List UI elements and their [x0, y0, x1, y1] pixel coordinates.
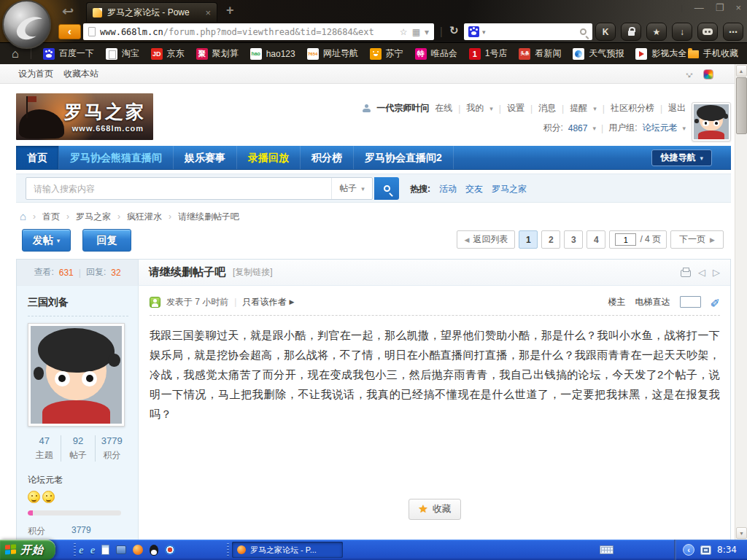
bookmark-item[interactable]: 头条看新闻: [519, 47, 561, 60]
nav-live2[interactable]: 罗马协会直播间2: [354, 146, 454, 169]
next-thread-icon[interactable]: ▷: [713, 267, 720, 278]
vertical-scrollbar[interactable]: ▲ ▼: [735, 64, 747, 540]
jump-pen-icon[interactable]: ✎: [711, 297, 720, 307]
quick-nav-button[interactable]: 快捷导航 ▾: [651, 149, 712, 166]
browser-tab[interactable]: 罗马之家论坛 - Powe ×: [86, 2, 217, 22]
taskbar-grip[interactable]: [227, 543, 229, 556]
next-page-button[interactable]: 下一页 ▶: [670, 230, 724, 249]
menu-logout[interactable]: 退出: [668, 102, 686, 114]
bookmark-item[interactable]: 11号店: [469, 47, 508, 60]
page-jump-input[interactable]: [615, 233, 636, 246]
input-method-keyboard-icon[interactable]: [600, 545, 614, 554]
print-icon[interactable]: [681, 270, 691, 277]
menu-settings[interactable]: 设置: [507, 102, 525, 114]
menu-mine[interactable]: 我的: [466, 102, 484, 114]
back-to-list-button[interactable]: ◀ 返回列表: [457, 230, 515, 249]
page-2-button[interactable]: 2: [541, 230, 560, 249]
credits-value[interactable]: 4867: [568, 123, 588, 133]
minimize-button[interactable]: —: [694, 2, 704, 14]
window-app-icon[interactable]: [116, 545, 126, 554]
credit-value[interactable]: 3779: [71, 525, 91, 537]
bookmark-item[interactable]: 特唯品会: [415, 47, 457, 60]
author-avatar[interactable]: [28, 323, 125, 427]
usergroup-value[interactable]: 论坛元老: [642, 122, 677, 134]
bookmark-item[interactable]: 天气预报: [573, 47, 624, 60]
bookmark-item[interactable]: 百度一下: [43, 47, 94, 60]
nav-leaderboard[interactable]: 积分榜: [301, 146, 354, 169]
bookmark-item[interactable]: 7654网址导航: [307, 47, 358, 60]
quick-launch-grip[interactable]: [74, 543, 76, 556]
copy-link[interactable]: [复制链接]: [233, 266, 273, 279]
nav-entertainment[interactable]: 娱乐赛事: [174, 146, 237, 169]
browser-logo[interactable]: [2, 0, 51, 49]
breadcrumb-link[interactable]: 首页: [42, 211, 60, 223]
stat-credits[interactable]: 3779 积分: [95, 435, 128, 462]
menu-messages[interactable]: 消息: [538, 102, 556, 114]
home-icon[interactable]: ⌂: [12, 48, 19, 60]
bookmark-item[interactable]: haohao123: [250, 48, 295, 60]
hot-link[interactable]: 罗马之家: [492, 183, 527, 195]
breadcrumb-link[interactable]: 罗马之家: [76, 211, 111, 223]
hot-link[interactable]: 交友: [465, 183, 483, 195]
breadcrumb-home-icon[interactable]: ⌂: [20, 211, 26, 222]
browser-history-back-icon[interactable]: ↩: [62, 4, 74, 19]
elevator-label[interactable]: 电梯直达: [635, 296, 670, 308]
breadcrumb-link[interactable]: 疯狂灌水: [127, 211, 162, 223]
downloads-button[interactable]: ↓: [672, 23, 692, 41]
favorite-button[interactable]: ★ 收藏: [409, 499, 460, 520]
username-link[interactable]: 一代宗师叶问: [376, 102, 429, 114]
bookmark-item[interactable]: 淘宝: [106, 47, 139, 60]
bookmark-item[interactable]: JD京东: [151, 47, 185, 60]
menu-notices[interactable]: 提醒: [570, 102, 587, 114]
task-button[interactable]: 罗马之家论坛 - P...: [232, 542, 343, 558]
scroll-down-arrow[interactable]: ▼: [736, 527, 747, 539]
reply-button[interactable]: 回复: [82, 229, 131, 252]
new-tab-button[interactable]: +: [226, 3, 234, 18]
restore-button[interactable]: ❐: [716, 2, 724, 14]
address-bar[interactable]: www.668lm.cn/forum.php?mod=viewthread&ti…: [83, 23, 434, 40]
prev-thread-icon[interactable]: ◁: [698, 267, 705, 278]
qr-code-icon[interactable]: ▦: [412, 27, 420, 37]
url-text[interactable]: www.668lm.cn/forum.php?mod=viewthread&ti…: [100, 27, 395, 37]
only-author-link[interactable]: 只看该作者 ▶: [242, 296, 294, 308]
hot-link[interactable]: 活动: [439, 183, 457, 195]
favorites-button[interactable]: ★: [646, 23, 667, 41]
ie-icon[interactable]: e: [79, 544, 84, 556]
site-logo[interactable]: 罗马之家 www.668lm.com: [16, 93, 153, 140]
k-extension-button[interactable]: K: [595, 23, 616, 41]
games-button[interactable]: [697, 23, 718, 41]
tray-collapse-icon[interactable]: ‹: [683, 544, 694, 556]
search-button[interactable]: [374, 177, 399, 200]
qq-icon[interactable]: [150, 545, 158, 556]
tab-close-icon[interactable]: ×: [205, 7, 211, 18]
user-avatar[interactable]: [692, 102, 731, 141]
nav-home[interactable]: 首页: [16, 146, 59, 169]
stat-posts[interactable]: 92 帖子: [61, 435, 94, 462]
chevron-down-icon[interactable]: ▾: [425, 27, 429, 37]
search-input[interactable]: [26, 184, 331, 194]
nav-replays[interactable]: 录播回放: [237, 146, 301, 169]
search-type-select[interactable]: 帖子 ▾: [331, 178, 372, 199]
bookmarks-overflow-button[interactable]: »: [673, 49, 678, 59]
scroll-up-arrow[interactable]: ▲: [736, 65, 747, 77]
author-name[interactable]: 三国刘备: [28, 296, 128, 309]
menu-more-button[interactable]: ⋯: [723, 23, 743, 41]
security-lock-button[interactable]: [621, 23, 641, 41]
close-button[interactable]: ×: [735, 2, 741, 14]
page-4-button[interactable]: 4: [587, 230, 605, 249]
search-icon[interactable]: [580, 28, 587, 35]
page-3-button[interactable]: 3: [564, 230, 583, 249]
browser-app-icon[interactable]: [133, 545, 143, 555]
refresh-icon[interactable]: ↻: [449, 24, 459, 37]
scrollbar-thumb[interactable]: [736, 77, 747, 134]
baidu-paw-icon[interactable]: [468, 26, 479, 37]
start-button[interactable]: 开始: [0, 540, 55, 560]
back-button[interactable]: ‹: [58, 24, 81, 39]
bookmark-item[interactable]: 苏宁: [370, 47, 403, 60]
menu-rank[interactable]: 社区积分榜: [611, 102, 654, 114]
page-1-button[interactable]: 1: [519, 230, 538, 249]
nav-panda-live[interactable]: 罗马协会熊猫直播间: [59, 146, 174, 169]
stat-threads[interactable]: 47 主题: [28, 435, 61, 462]
tray-display-icon[interactable]: [700, 545, 711, 555]
bookmark-item[interactable]: 聚聚划算: [196, 47, 239, 60]
